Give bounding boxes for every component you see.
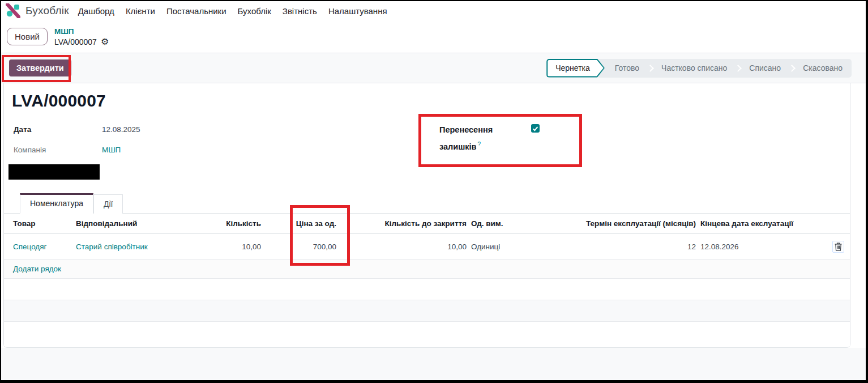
date-field-label: Дата xyxy=(14,125,31,134)
stage-written-off[interactable]: Списано xyxy=(740,63,790,73)
trash-icon xyxy=(835,242,842,251)
stage-ready[interactable]: Готово xyxy=(606,63,648,73)
company-field-value[interactable]: МШП xyxy=(102,146,121,154)
stage-draft[interactable]: Чернетка xyxy=(546,59,605,78)
breadcrumb-current: LVA/000007 xyxy=(54,37,97,46)
new-button[interactable]: Новий xyxy=(7,28,48,45)
empty-row xyxy=(4,322,850,346)
cell-end-date[interactable]: 12.08.2026 xyxy=(696,242,818,251)
col-header-term-months[interactable]: Термін експлуатації (місяців) xyxy=(566,219,696,228)
app-logo-icon[interactable] xyxy=(6,3,20,18)
company-field-label: Компанія xyxy=(14,146,46,154)
cell-qty-to-close[interactable]: 10,00 xyxy=(336,242,467,251)
breadcrumb: МШП LVA/000007 ⚙ xyxy=(54,27,109,46)
redacted-field-block xyxy=(8,164,100,180)
col-header-uom[interactable]: Од. вим. xyxy=(467,219,566,228)
menu-item-clients[interactable]: Клієнти xyxy=(126,6,155,16)
date-field-value[interactable]: 12.08.2025 xyxy=(102,125,140,134)
delete-row-button[interactable] xyxy=(832,241,844,253)
confirm-button[interactable]: Затвердити xyxy=(9,59,71,76)
checkmark-icon xyxy=(532,126,538,131)
form-sheet: LVA/000007 Дата 12.08.2025 Компанія МШП … xyxy=(3,83,850,348)
stage-cancelled[interactable]: Скасовано xyxy=(794,63,852,73)
stage-pipeline: Чернетка Готово Частково списано Списано… xyxy=(546,59,852,78)
menu-item-accounting[interactable]: Бухоблік xyxy=(238,6,271,16)
col-header-qty-to-close[interactable]: Кількість до закриття xyxy=(336,219,467,228)
cell-product-link[interactable]: Спецодяг xyxy=(4,242,76,251)
page-background-footer xyxy=(1,348,866,380)
empty-row xyxy=(4,300,850,322)
carryover-checkbox[interactable] xyxy=(531,124,540,133)
breadcrumb-parent-link[interactable]: МШП xyxy=(54,27,109,36)
stage-pipeline-rest: Готово Частково списано Списано Скасован… xyxy=(598,59,852,78)
gear-icon[interactable]: ⚙ xyxy=(101,37,109,46)
cell-responsible-link[interactable]: Старий співробітник xyxy=(76,242,192,251)
col-header-qty[interactable]: Кількість xyxy=(192,219,261,228)
menu-item-vendors[interactable]: Постачальники xyxy=(166,6,226,16)
menu-item-dashboard[interactable]: Дашборд xyxy=(78,6,114,16)
brand-name[interactable]: Бухоблік xyxy=(25,5,69,17)
add-line-link[interactable]: Додати рядок xyxy=(13,265,61,273)
cell-term-months[interactable]: 12 xyxy=(566,242,696,251)
notebook-tabs: Номенклатура Дії xyxy=(4,193,850,214)
document-title: LVA/000007 xyxy=(12,91,106,110)
breadcrumb-bar: Новий МШП LVA/000007 ⚙ xyxy=(1,20,866,53)
help-question-icon[interactable]: ? xyxy=(478,141,481,147)
table-header-row: Товар Відповідальний Кількість Ціна за о… xyxy=(4,214,850,234)
cell-qty[interactable]: 10,00 xyxy=(192,242,261,251)
col-header-product[interactable]: Товар xyxy=(4,219,76,228)
app-window: { "brand": { "name": "Бухоблік" }, "nav"… xyxy=(0,0,868,383)
add-line-row: Додати рядок xyxy=(4,259,850,279)
stage-partially-written-off[interactable]: Частково списано xyxy=(652,63,736,73)
top-navbar: Бухоблік Дашборд Клієнти Постачальники Б… xyxy=(1,1,866,20)
tab-nomenclature[interactable]: Номенклатура xyxy=(20,193,93,214)
menu-item-reporting[interactable]: Звітність xyxy=(283,6,317,16)
form-header: LVA/000007 Дата 12.08.2025 Компанія МШП … xyxy=(4,83,850,193)
carryover-field-label: Перенесення залишків? xyxy=(439,122,508,154)
empty-row xyxy=(4,279,850,300)
cell-unit-price[interactable]: 700,00 xyxy=(261,242,336,251)
table-row[interactable]: Спецодяг Старий співробітник 10,00 700,0… xyxy=(4,234,850,259)
status-bar: Затвердити Чернетка Готово Частково спис… xyxy=(1,53,866,83)
cell-uom[interactable]: Одиниці xyxy=(467,242,566,251)
col-header-responsible[interactable]: Відповідальний xyxy=(76,219,192,228)
main-menu: Дашборд Клієнти Постачальники Бухоблік З… xyxy=(78,6,387,16)
col-header-unit-price[interactable]: Ціна за од. xyxy=(261,219,336,228)
menu-item-settings[interactable]: Налаштування xyxy=(328,6,387,16)
tab-actions[interactable]: Дії xyxy=(93,194,123,214)
col-header-end-date[interactable]: Кінцева дата екслуатації xyxy=(696,219,818,228)
